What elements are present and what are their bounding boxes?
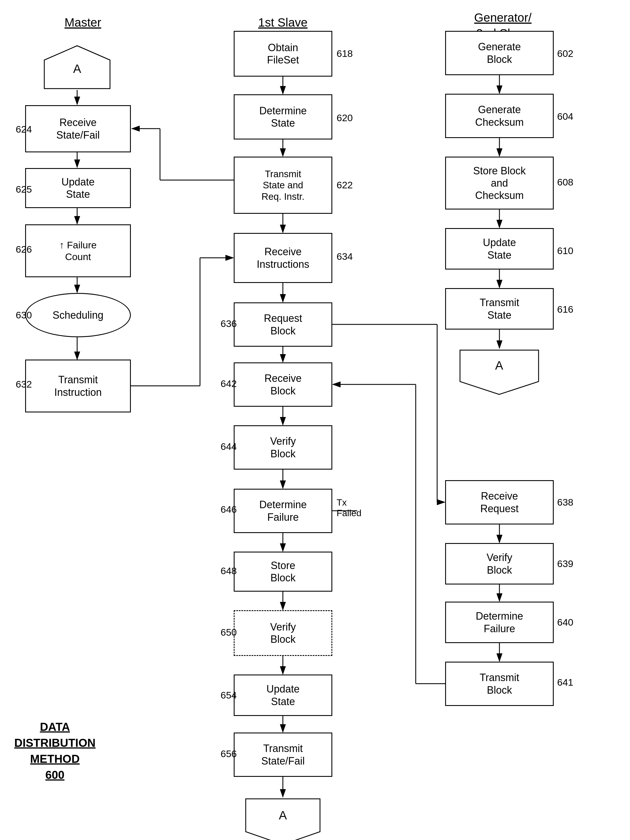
label-648: 648 [220, 565, 237, 576]
node-update-state-master: UpdateState [25, 168, 131, 208]
label-650: 650 [220, 627, 237, 638]
label-632: 632 [16, 379, 32, 390]
node-transmit-state-req: TransmitState andReq. Instr. [234, 156, 332, 214]
node-receive-block: ReceiveBlock [234, 362, 332, 407]
node-verify-block-1: VerifyBlock [234, 425, 332, 470]
svg-marker-4 [460, 350, 539, 395]
label-620: 620 [337, 112, 353, 123]
label-642: 642 [220, 378, 237, 389]
node-receive-request: ReceiveRequest [445, 480, 554, 524]
label-639: 639 [557, 558, 573, 569]
diagram-container: Master 1st Slave Generator/2nd Slave A R… [0, 0, 630, 840]
svg-text:A: A [73, 62, 81, 76]
node-failure-count: ↑ FailureCount [25, 224, 131, 277]
label-622: 622 [337, 180, 353, 191]
node-verify-block-2: VerifyBlock [234, 610, 332, 656]
svg-text:A: A [495, 359, 503, 372]
header-master: Master [20, 16, 146, 30]
node-store-block-checksum: Store BlockandChecksum [445, 156, 554, 210]
node-transmit-state-gen: TransmitState [445, 288, 554, 330]
label-634: 634 [337, 251, 353, 262]
node-receive-state-fail: ReceiveState/Fail [25, 105, 131, 152]
bottom-label: DATADISTRIBUTIONMETHOD600 [14, 719, 95, 783]
label-656: 656 [220, 748, 237, 759]
node-determine-state: DetermineState [234, 94, 332, 139]
node-obtain-fileset: ObtainFileSet [234, 31, 332, 77]
label-608: 608 [557, 177, 573, 188]
node-transmit-state-fail: TransmitState/Fail [234, 733, 332, 777]
node-a-top-master: A [43, 44, 112, 90]
node-generate-checksum: GenerateChecksum [445, 94, 554, 138]
header-slave1: 1st Slave [220, 16, 346, 30]
label-618: 618 [337, 48, 353, 59]
label-641: 641 [557, 677, 573, 688]
label-630: 630 [16, 309, 32, 321]
label-625: 625 [16, 184, 32, 195]
node-receive-instructions: ReceiveInstructions [234, 233, 332, 283]
node-a-gen: A [458, 349, 540, 396]
node-store-block: StoreBlock [234, 552, 332, 592]
label-604: 604 [557, 111, 573, 122]
node-scheduling: Scheduling [25, 293, 131, 337]
node-generate-block: GenerateBlock [445, 31, 554, 75]
label-610: 610 [557, 245, 573, 256]
label-644: 644 [220, 441, 237, 452]
label-638: 638 [557, 497, 573, 508]
label-654: 654 [220, 690, 237, 701]
node-determine-failure: DetermineFailure [234, 489, 332, 533]
label-624: 624 [16, 124, 32, 135]
node-request-block: RequestBlock [234, 302, 332, 347]
label-646: 646 [220, 504, 237, 515]
node-verify-block-gen: VerifyBlock [445, 543, 554, 584]
node-a-bottom-slave: A [244, 797, 321, 840]
node-update-state-slave: UpdateState [234, 674, 332, 716]
label-626: 626 [16, 244, 32, 255]
label-tx-failed: TxFailed [337, 497, 361, 518]
label-602: 602 [557, 48, 573, 59]
svg-text:A: A [279, 808, 287, 822]
label-616: 616 [557, 304, 573, 315]
node-transmit-instruction: TransmitInstruction [25, 360, 131, 412]
label-636: 636 [220, 318, 237, 329]
node-transmit-block: TransmitBlock [445, 662, 554, 706]
label-640: 640 [557, 617, 573, 628]
node-update-state-gen: UpdateState [445, 228, 554, 270]
node-determine-failure-gen: DetermineFailure [445, 602, 554, 643]
